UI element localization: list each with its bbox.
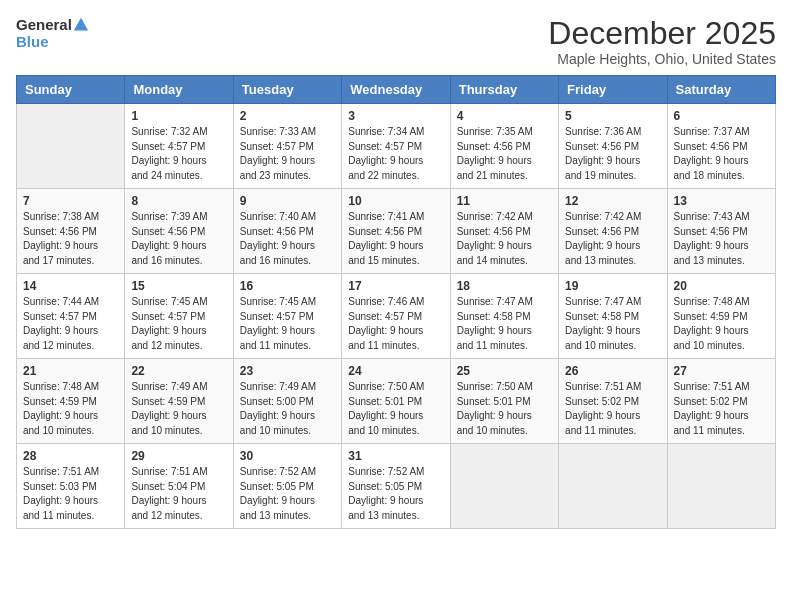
calendar-cell: 13Sunrise: 7:43 AMSunset: 4:56 PMDayligh… (667, 189, 775, 274)
day-number: 4 (457, 109, 552, 123)
day-info: Sunrise: 7:35 AMSunset: 4:56 PMDaylight:… (457, 125, 552, 183)
day-number: 5 (565, 109, 660, 123)
weekday-header-saturday: Saturday (667, 76, 775, 104)
day-number: 24 (348, 364, 443, 378)
day-info: Sunrise: 7:51 AMSunset: 5:02 PMDaylight:… (565, 380, 660, 438)
calendar-cell: 24Sunrise: 7:50 AMSunset: 5:01 PMDayligh… (342, 359, 450, 444)
calendar-table: SundayMondayTuesdayWednesdayThursdayFrid… (16, 75, 776, 529)
day-info: Sunrise: 7:42 AMSunset: 4:56 PMDaylight:… (457, 210, 552, 268)
calendar-cell: 5Sunrise: 7:36 AMSunset: 4:56 PMDaylight… (559, 104, 667, 189)
day-info: Sunrise: 7:48 AMSunset: 4:59 PMDaylight:… (23, 380, 118, 438)
calendar-cell: 22Sunrise: 7:49 AMSunset: 4:59 PMDayligh… (125, 359, 233, 444)
day-number: 16 (240, 279, 335, 293)
day-info: Sunrise: 7:47 AMSunset: 4:58 PMDaylight:… (565, 295, 660, 353)
day-number: 29 (131, 449, 226, 463)
calendar-week-4: 21Sunrise: 7:48 AMSunset: 4:59 PMDayligh… (17, 359, 776, 444)
logo-blue-text: Blue (16, 34, 49, 51)
day-info: Sunrise: 7:43 AMSunset: 4:56 PMDaylight:… (674, 210, 769, 268)
weekday-header-thursday: Thursday (450, 76, 558, 104)
weekday-header-friday: Friday (559, 76, 667, 104)
calendar-cell: 16Sunrise: 7:45 AMSunset: 4:57 PMDayligh… (233, 274, 341, 359)
weekday-header-tuesday: Tuesday (233, 76, 341, 104)
day-info: Sunrise: 7:41 AMSunset: 4:56 PMDaylight:… (348, 210, 443, 268)
calendar-cell (559, 444, 667, 529)
calendar-cell: 12Sunrise: 7:42 AMSunset: 4:56 PMDayligh… (559, 189, 667, 274)
weekday-header-wednesday: Wednesday (342, 76, 450, 104)
day-info: Sunrise: 7:34 AMSunset: 4:57 PMDaylight:… (348, 125, 443, 183)
day-number: 21 (23, 364, 118, 378)
calendar-cell (667, 444, 775, 529)
calendar-cell: 20Sunrise: 7:48 AMSunset: 4:59 PMDayligh… (667, 274, 775, 359)
title-block: December 2025 Maple Heights, Ohio, Unite… (548, 16, 776, 67)
calendar-cell: 18Sunrise: 7:47 AMSunset: 4:58 PMDayligh… (450, 274, 558, 359)
calendar-cell: 26Sunrise: 7:51 AMSunset: 5:02 PMDayligh… (559, 359, 667, 444)
logo-icon (72, 16, 90, 34)
day-number: 7 (23, 194, 118, 208)
calendar-cell: 1Sunrise: 7:32 AMSunset: 4:57 PMDaylight… (125, 104, 233, 189)
calendar-cell: 30Sunrise: 7:52 AMSunset: 5:05 PMDayligh… (233, 444, 341, 529)
calendar-cell: 31Sunrise: 7:52 AMSunset: 5:05 PMDayligh… (342, 444, 450, 529)
day-number: 18 (457, 279, 552, 293)
calendar-cell: 29Sunrise: 7:51 AMSunset: 5:04 PMDayligh… (125, 444, 233, 529)
calendar-week-1: 1Sunrise: 7:32 AMSunset: 4:57 PMDaylight… (17, 104, 776, 189)
calendar-cell: 2Sunrise: 7:33 AMSunset: 4:57 PMDaylight… (233, 104, 341, 189)
logo: General Blue (16, 16, 90, 51)
day-number: 23 (240, 364, 335, 378)
calendar-week-3: 14Sunrise: 7:44 AMSunset: 4:57 PMDayligh… (17, 274, 776, 359)
day-number: 20 (674, 279, 769, 293)
logo-general-text: General (16, 17, 72, 34)
day-info: Sunrise: 7:51 AMSunset: 5:03 PMDaylight:… (23, 465, 118, 523)
calendar-cell: 14Sunrise: 7:44 AMSunset: 4:57 PMDayligh… (17, 274, 125, 359)
calendar-cell: 28Sunrise: 7:51 AMSunset: 5:03 PMDayligh… (17, 444, 125, 529)
calendar-week-5: 28Sunrise: 7:51 AMSunset: 5:03 PMDayligh… (17, 444, 776, 529)
day-number: 9 (240, 194, 335, 208)
day-info: Sunrise: 7:39 AMSunset: 4:56 PMDaylight:… (131, 210, 226, 268)
page-title: December 2025 (548, 16, 776, 51)
day-info: Sunrise: 7:49 AMSunset: 4:59 PMDaylight:… (131, 380, 226, 438)
weekday-header-monday: Monday (125, 76, 233, 104)
day-info: Sunrise: 7:45 AMSunset: 4:57 PMDaylight:… (131, 295, 226, 353)
day-number: 27 (674, 364, 769, 378)
calendar-cell: 15Sunrise: 7:45 AMSunset: 4:57 PMDayligh… (125, 274, 233, 359)
day-info: Sunrise: 7:32 AMSunset: 4:57 PMDaylight:… (131, 125, 226, 183)
day-number: 10 (348, 194, 443, 208)
calendar-cell (450, 444, 558, 529)
day-number: 22 (131, 364, 226, 378)
calendar-cell: 27Sunrise: 7:51 AMSunset: 5:02 PMDayligh… (667, 359, 775, 444)
day-info: Sunrise: 7:51 AMSunset: 5:02 PMDaylight:… (674, 380, 769, 438)
calendar-cell: 4Sunrise: 7:35 AMSunset: 4:56 PMDaylight… (450, 104, 558, 189)
day-number: 26 (565, 364, 660, 378)
day-number: 3 (348, 109, 443, 123)
day-number: 14 (23, 279, 118, 293)
day-info: Sunrise: 7:51 AMSunset: 5:04 PMDaylight:… (131, 465, 226, 523)
calendar-cell: 19Sunrise: 7:47 AMSunset: 4:58 PMDayligh… (559, 274, 667, 359)
day-info: Sunrise: 7:50 AMSunset: 5:01 PMDaylight:… (348, 380, 443, 438)
weekday-header-row: SundayMondayTuesdayWednesdayThursdayFrid… (17, 76, 776, 104)
day-info: Sunrise: 7:38 AMSunset: 4:56 PMDaylight:… (23, 210, 118, 268)
day-info: Sunrise: 7:44 AMSunset: 4:57 PMDaylight:… (23, 295, 118, 353)
calendar-cell (17, 104, 125, 189)
calendar-cell: 3Sunrise: 7:34 AMSunset: 4:57 PMDaylight… (342, 104, 450, 189)
calendar-cell: 6Sunrise: 7:37 AMSunset: 4:56 PMDaylight… (667, 104, 775, 189)
day-number: 25 (457, 364, 552, 378)
day-info: Sunrise: 7:40 AMSunset: 4:56 PMDaylight:… (240, 210, 335, 268)
day-number: 13 (674, 194, 769, 208)
day-info: Sunrise: 7:37 AMSunset: 4:56 PMDaylight:… (674, 125, 769, 183)
weekday-header-sunday: Sunday (17, 76, 125, 104)
calendar-cell: 7Sunrise: 7:38 AMSunset: 4:56 PMDaylight… (17, 189, 125, 274)
day-number: 8 (131, 194, 226, 208)
day-number: 1 (131, 109, 226, 123)
calendar-cell: 10Sunrise: 7:41 AMSunset: 4:56 PMDayligh… (342, 189, 450, 274)
day-info: Sunrise: 7:47 AMSunset: 4:58 PMDaylight:… (457, 295, 552, 353)
day-number: 15 (131, 279, 226, 293)
day-number: 6 (674, 109, 769, 123)
day-number: 28 (23, 449, 118, 463)
day-info: Sunrise: 7:42 AMSunset: 4:56 PMDaylight:… (565, 210, 660, 268)
page-subtitle: Maple Heights, Ohio, United States (548, 51, 776, 67)
day-info: Sunrise: 7:49 AMSunset: 5:00 PMDaylight:… (240, 380, 335, 438)
calendar-cell: 17Sunrise: 7:46 AMSunset: 4:57 PMDayligh… (342, 274, 450, 359)
day-info: Sunrise: 7:52 AMSunset: 5:05 PMDaylight:… (240, 465, 335, 523)
calendar-cell: 23Sunrise: 7:49 AMSunset: 5:00 PMDayligh… (233, 359, 341, 444)
day-info: Sunrise: 7:46 AMSunset: 4:57 PMDaylight:… (348, 295, 443, 353)
day-number: 30 (240, 449, 335, 463)
